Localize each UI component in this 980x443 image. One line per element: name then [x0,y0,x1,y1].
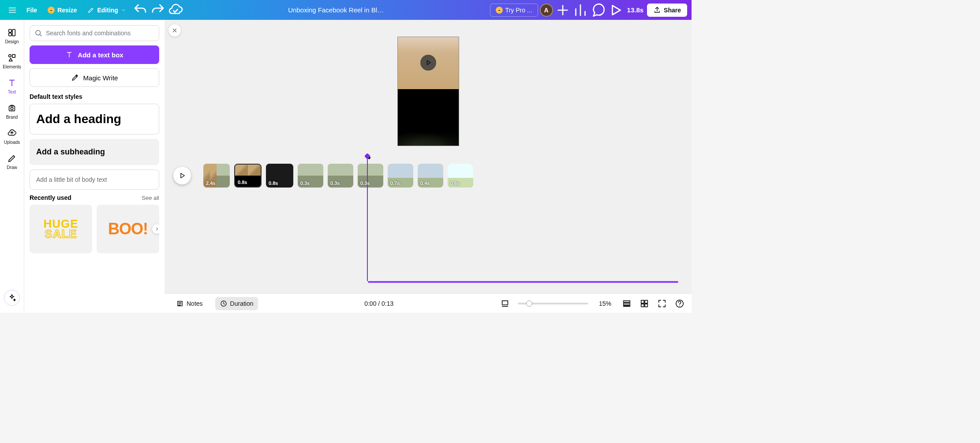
top-toolbar: File Resize Editing Unboxing Facebook Re… [0,0,692,20]
rail-draw[interactable]: Draw [1,150,23,173]
svg-rect-12 [624,305,630,306]
timeline-clip-5[interactable]: 0.3s [358,164,383,188]
resize-button[interactable]: Resize [43,4,81,16]
try-pro-label: Try Pro ... [505,7,532,14]
add-text-label: Add a text box [78,51,123,59]
view-list-button[interactable] [622,299,632,308]
clip-duration-label: 0.3s [330,180,340,186]
zoom-slider[interactable] [518,303,588,304]
share-button[interactable]: Share [647,4,687,17]
file-menu[interactable]: File [22,4,41,16]
notes-icon [176,300,184,308]
rail-design-label: Design [5,39,19,44]
present-button[interactable] [608,2,624,18]
rail-uploads[interactable]: Uploads [1,125,23,148]
text-icon [65,51,73,59]
crown-icon [48,7,55,14]
svg-rect-13 [641,300,644,303]
card1-line2: SALE [45,227,77,240]
rail-elements[interactable]: Elements [1,49,23,73]
search-input[interactable] [46,30,154,37]
magic-assistant-button[interactable] [4,290,20,306]
svg-rect-14 [645,300,647,303]
default-styles-heading: Default text styles [30,93,159,100]
notes-label: Notes [187,300,203,307]
clip-duration-label: 2.4s [206,180,215,186]
clip-duration-label: 0.8s [238,180,247,185]
rail-elements-label: Elements [3,64,21,69]
clip-duration-label: 0.6s [450,180,460,186]
editing-label: Editing [97,7,118,14]
svg-rect-4 [12,55,15,57]
recent-template-boo[interactable]: BOO! [97,205,159,253]
timeline-clip-4[interactable]: 0.3s [328,164,353,188]
rail-text[interactable]: Text [1,75,23,98]
add-body-text-button[interactable]: Add a little bit of body text [30,169,159,190]
menu-button[interactable] [4,2,20,18]
recently-used-heading: Recently used [30,194,71,201]
timeline-clip-6[interactable]: 0.7s [388,164,413,188]
timeline-track[interactable] [368,281,678,283]
avatar[interactable]: A [540,4,553,17]
try-pro-button[interactable]: Try Pro ... [490,4,538,17]
rail-brand-label: Brand [6,115,18,120]
search-box[interactable] [30,25,159,41]
fullscreen-button[interactable] [657,299,667,308]
add-text-box-button[interactable]: Add a text box [30,45,159,64]
timeline-clip-1[interactable]: 0.8s [234,164,262,188]
share-icon [653,6,661,14]
add-subheading-button[interactable]: Add a subheading [30,139,159,165]
notes-button[interactable]: Notes [172,297,207,310]
svg-rect-11 [624,303,630,305]
rail-draw-label: Draw [7,165,17,170]
insights-button[interactable] [572,2,588,18]
card2-text: BOO! [108,220,148,238]
document-title[interactable]: Unboxing Facebook Reel in Blac... [288,6,385,14]
left-rail: Design Elements Text Brand Uploads Draw [0,20,24,313]
recent-template-huge-sale[interactable]: HUGESALE [30,205,92,253]
rail-brand[interactable]: Brand [1,100,23,123]
svg-rect-9 [502,300,508,304]
canvas-play-button[interactable] [420,55,436,71]
see-all-link[interactable]: See all [142,195,159,201]
add-heading-button[interactable]: Add a heading [30,104,159,135]
rail-uploads-label: Uploads [4,140,20,145]
magic-write-button[interactable]: Magic Write [30,68,159,87]
cloud-sync-icon[interactable] [168,2,183,18]
close-panel-button[interactable] [168,24,181,37]
svg-point-6 [11,107,13,110]
timeline-clip-0[interactable]: 2.4s [203,164,230,188]
share-label: Share [664,7,681,14]
timeline-clip-7[interactable]: 0.4s [418,164,443,188]
timeline: ◆ 2.4s0.8s0.8s0.3s0.3s0.3s0.7s0.4s0.6s [165,157,692,293]
rail-design[interactable]: Design [1,24,23,48]
video-canvas[interactable] [397,37,459,146]
editing-menu[interactable]: Editing [83,4,130,16]
zoom-percentage[interactable]: 15% [596,300,614,307]
clip-duration-label: 0.3s [300,180,310,186]
duration-button[interactable]: Duration [215,297,258,310]
pages-view-button[interactable] [500,299,510,308]
clip-duration-label: 0.4s [420,180,430,186]
timeline-clip-2[interactable]: 0.8s [266,164,293,188]
redo-button[interactable] [150,2,166,18]
duration-display: 13.8s [627,6,644,14]
duration-label: Duration [230,300,254,307]
zoom-slider-thumb[interactable] [526,300,532,307]
timeline-clip-3[interactable]: 0.3s [298,164,323,188]
svg-rect-2 [9,33,11,36]
pencil-icon [87,7,94,14]
svg-point-3 [9,55,11,57]
grid-view-button[interactable] [640,299,649,308]
undo-button[interactable] [132,2,148,18]
time-position-display: 0:00 / 0:13 [364,300,393,307]
comments-button[interactable] [590,2,606,18]
svg-rect-15 [641,304,644,306]
help-button[interactable] [675,299,685,308]
timeline-play-button[interactable] [173,167,191,184]
timeline-clip-8[interactable]: 0.6s [448,164,473,188]
add-button[interactable] [555,2,571,18]
playhead[interactable] [367,157,368,281]
clip-duration-label: 0.8s [269,180,278,186]
carousel-next-button[interactable] [152,224,159,234]
